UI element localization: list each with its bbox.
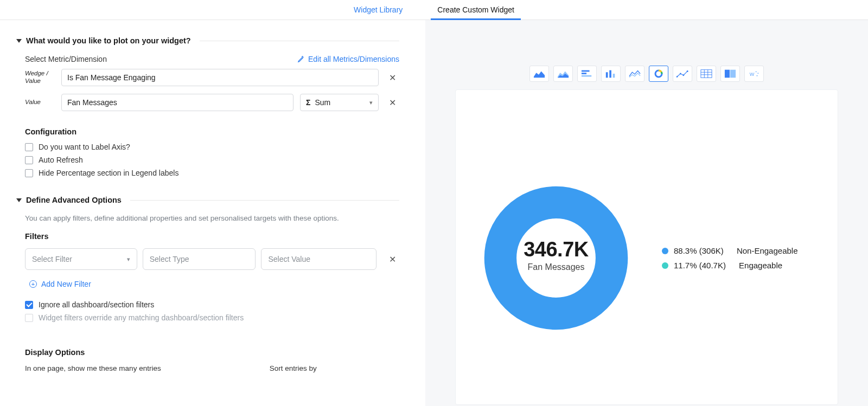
aggregation-select[interactable]: Σ Sum ▾ [300,94,379,111]
override-filters-checkbox [25,314,33,322]
hide-pct-checkbox[interactable] [25,169,33,177]
chart-type-table[interactable] [697,66,716,82]
divider [130,200,399,201]
donut-chart: 346.7K Fan Messages [483,185,629,331]
pencil-icon [297,55,305,63]
svg-rect-16 [725,70,730,78]
builder-form: What would you like to plot on your widg… [0,20,425,406]
donut-total-label: Fan Messages [483,262,629,272]
caret-down-icon [16,39,22,43]
sigma-icon: Σ [306,98,310,107]
top-tabs: Widget Library Create Custom Widget [0,0,868,20]
legend-swatch [662,262,668,269]
configuration-heading: Configuration [25,127,399,136]
ignore-filters-text: Ignore all dashboard/section filters [39,300,154,309]
value-label: Value [25,99,55,106]
svg-rect-2 [582,75,591,77]
filter-type-select[interactable]: Select Type [143,248,256,270]
chart-legend: 88.3% (306K) Non-Engageable 11.7% (40.7K… [662,241,798,275]
value-input[interactable]: Fan Messages [61,94,293,111]
advanced-section-header[interactable]: Define Advanced Options [16,196,399,204]
svg-rect-1 [582,73,586,74]
chart-type-donut[interactable] [649,66,668,82]
svg-point-9 [682,74,684,76]
plot-heading: What would you like to plot on your widg… [26,36,191,45]
display-options-heading: Display Options [25,348,399,357]
label-axis-checkbox[interactable] [25,143,33,151]
legend-item-non-engageable: 88.3% (306K) Non-Engageable [662,246,798,255]
auto-refresh-checkbox[interactable] [25,156,33,164]
advanced-subtext: You can apply filters, define additional… [25,214,399,222]
svg-point-19 [756,71,757,72]
svg-point-20 [757,73,758,74]
chart-type-wordcloud[interactable]: W [744,66,764,82]
svg-rect-17 [730,70,736,78]
caret-down-icon [16,198,22,202]
entries-label: In one page, show me these many entries [25,364,161,372]
advanced-heading: Define Advanced Options [26,196,122,204]
chart-preview-card: 346.7K Fan Messages 88.3% (306K) Non-Eng… [455,89,838,405]
remove-wedge-button[interactable]: ✕ [385,73,399,83]
divider [200,41,399,41]
tab-create-custom-widget[interactable]: Create Custom Widget [433,5,519,20]
svg-point-8 [680,73,681,75]
plot-section-header[interactable]: What would you like to plot on your widg… [16,36,399,45]
svg-point-21 [757,75,758,76]
legend-swatch [662,248,668,254]
ignore-filters-checkbox[interactable] [25,301,33,309]
wedge-label: Wedge / Value [25,70,55,85]
plus-circle-icon: + [29,280,37,288]
chevron-down-icon: ▾ [369,99,373,106]
svg-rect-4 [609,70,611,78]
wedge-input[interactable]: Is Fan Message Engaging [61,69,379,86]
add-filter-button[interactable]: + Add New Filter [29,280,399,288]
sort-label: Sort entries by [270,364,317,372]
tab-widget-library[interactable]: Widget Library [349,5,407,20]
remove-filter-button[interactable]: ✕ [385,254,399,265]
filter-select[interactable]: Select Filter▾ [25,248,137,270]
preview-panel: W 346.7K Fan Messages 88.3 [425,20,868,406]
chart-type-hbar[interactable] [577,66,597,82]
chart-type-heatmap[interactable] [720,66,740,82]
filters-heading: Filters [25,232,399,241]
chart-type-vbar[interactable] [601,66,621,82]
legend-item-engageable: 11.7% (40.7K) Engageable [662,261,798,270]
auto-refresh-text: Auto Refresh [39,156,83,164]
chart-type-area[interactable] [529,66,549,82]
donut-total-value: 346.7K [483,238,629,261]
select-metric-label: Select Metric/Dimension [25,55,107,63]
svg-rect-3 [606,72,608,78]
chart-type-toolbar: W [529,66,764,82]
svg-point-10 [687,70,688,72]
chart-type-scatter[interactable] [673,66,692,82]
filter-value-select[interactable]: Select Value [261,248,376,270]
label-axis-text: Do you want to Label Axis? [39,143,130,151]
override-filters-text: Widget filters override any matching das… [39,313,244,322]
edit-all-metrics-link[interactable]: Edit all Metrics/Dimensions [297,55,399,63]
svg-rect-0 [582,70,590,72]
svg-text:W: W [750,72,755,77]
svg-rect-11 [701,70,712,78]
svg-rect-5 [613,74,615,78]
hide-pct-text: Hide Percentage section in Legend labels [39,169,178,177]
remove-value-button[interactable]: ✕ [385,98,399,108]
chevron-down-icon: ▾ [127,256,130,263]
chart-type-line[interactable] [625,66,644,82]
chart-type-stacked-area[interactable] [553,66,573,82]
